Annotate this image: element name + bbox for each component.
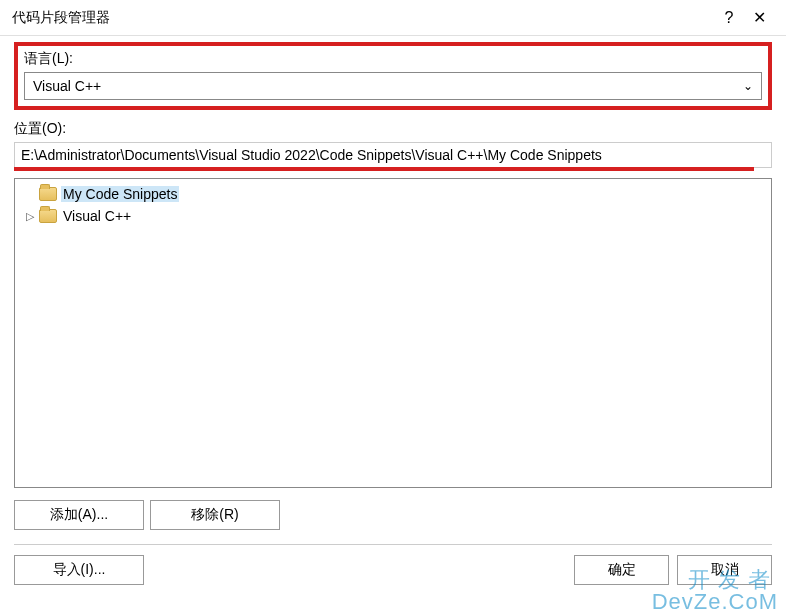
language-section-highlight: 语言(L): Visual C++ ⌄ <box>14 42 772 110</box>
language-selected-value: Visual C++ <box>33 78 101 94</box>
separator <box>14 544 772 545</box>
tree-item-label: My Code Snippets <box>61 186 179 202</box>
chevron-down-icon: ⌄ <box>743 79 753 93</box>
chevron-right-icon[interactable]: ▷ <box>23 210 37 223</box>
location-input[interactable] <box>14 142 772 168</box>
add-button[interactable]: 添加(A)... <box>14 500 144 530</box>
import-button[interactable]: 导入(I)... <box>14 555 144 585</box>
tree-item-visual-cpp[interactable]: ▷ Visual C++ <box>17 205 769 227</box>
tree-item-my-code-snippets[interactable]: My Code Snippets <box>17 183 769 205</box>
window-title: 代码片段管理器 <box>12 9 714 27</box>
remove-button[interactable]: 移除(R) <box>150 500 280 530</box>
watermark-line2: DevZe.CoM <box>652 591 778 609</box>
titlebar: 代码片段管理器 ? ✕ <box>0 0 786 36</box>
language-dropdown[interactable]: Visual C++ ⌄ <box>24 72 762 100</box>
ok-button[interactable]: 确定 <box>574 555 669 585</box>
close-button[interactable]: ✕ <box>744 6 774 30</box>
help-button[interactable]: ? <box>714 6 744 30</box>
location-highlight-underline <box>14 167 754 171</box>
folder-icon <box>39 187 57 201</box>
folder-icon <box>39 209 57 223</box>
tree-item-label: Visual C++ <box>61 208 133 224</box>
location-label: 位置(O): <box>14 120 772 138</box>
language-label: 语言(L): <box>24 50 762 68</box>
cancel-button[interactable]: 取消 <box>677 555 772 585</box>
folder-tree[interactable]: My Code Snippets ▷ Visual C++ <box>14 178 772 488</box>
